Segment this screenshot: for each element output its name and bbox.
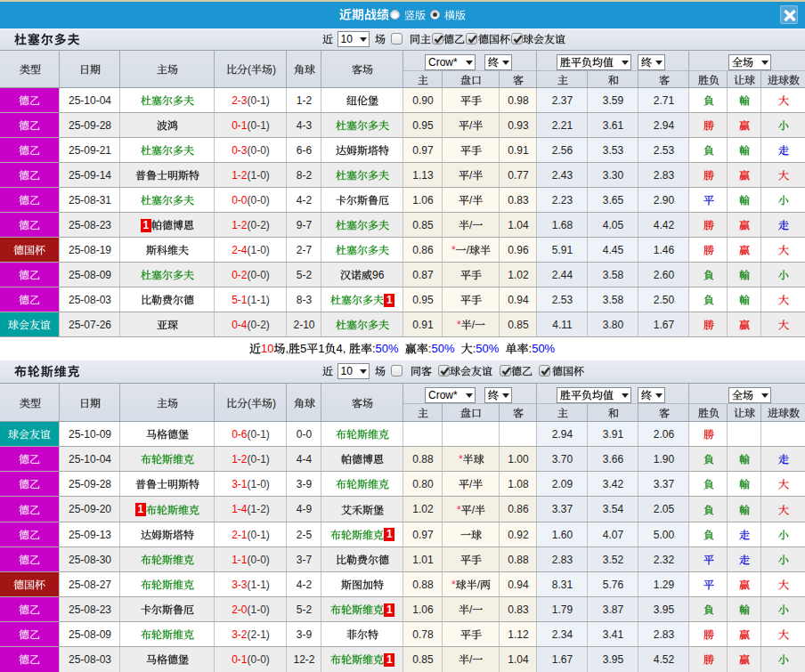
svg-text:(: ( [248,397,251,409]
svg-text:,: , [286,342,289,355]
svg-text:/: / [477,579,481,591]
svg-text:/: / [469,119,473,132]
svg-text:): ) [272,397,275,409]
svg-text:5: 5 [300,342,306,355]
svg-text:4,: 4, [337,342,346,355]
svg-text:*: * [457,319,461,331]
svg-text:): ) [272,63,275,76]
svg-text:50%: 50% [376,342,399,355]
svg-text:*: * [451,244,456,256]
svg-text:50%: 50% [533,342,556,355]
svg-text:/: / [469,653,473,666]
svg-text:*: * [451,579,456,591]
svg-text:*: * [459,453,463,466]
svg-text:96: 96 [372,269,385,281]
svg-text:/: / [469,219,473,231]
svg-text:/: / [469,194,473,206]
svg-text:/: / [472,319,476,331]
svg-text:/: / [467,244,470,256]
svg-text:10: 10 [261,342,273,355]
svg-text:/: / [472,504,476,516]
svg-text:(: ( [248,63,251,76]
svg-text:/: / [469,478,473,490]
svg-text:50%: 50% [476,342,500,355]
svg-text:50%: 50% [432,342,455,355]
svg-text:*: * [457,504,461,516]
svg-text:/: / [469,169,473,182]
svg-text:1: 1 [319,342,325,355]
svg-text:/: / [469,603,473,616]
